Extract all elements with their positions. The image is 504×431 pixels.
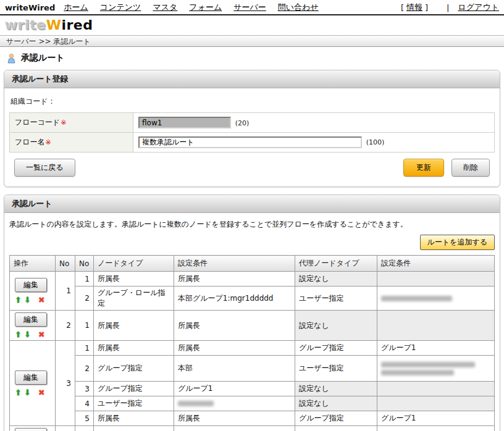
route-number: 1 [56,272,75,311]
delete-route-icon[interactable]: ✖ [38,295,45,304]
proxy-node-type: ユーザー指定 [295,356,377,382]
node-number: 2 [75,356,94,382]
info-bracket-open: [ [401,3,404,12]
required-mark: ※ [46,138,51,146]
node-condition: 所属長 [174,411,295,426]
column-header-1: No [56,256,75,272]
route-3-row-2: 2グループ指定本部ユーザー指定 [10,356,495,382]
proxy-node-type: グループ指定 [295,341,377,356]
proxy-condition [377,356,495,382]
info-bracket-close: ] [425,3,428,12]
page-title: 承認ルート [21,52,65,64]
route-1-row-1: 編集⬆⬇✖11所属長所属長設定なし [10,272,495,287]
operations-cell: 編集⬆⬇✖ [10,272,56,311]
column-header-2: No [75,256,94,272]
node-condition: グループ1:mgr1ddddd [174,426,295,431]
proxy-node-type: 設定なし [295,272,377,287]
nav-link-home[interactable]: ホーム [64,2,88,13]
logo-part-ired: ired [61,17,93,33]
node-number: 1 [75,341,94,356]
flow-code-maxlen: (20) [235,119,250,127]
org-code-label: 組織コード : [9,93,495,112]
operations-cell: 編集⬆⬇✖ [10,341,56,426]
flow-name-maxlen: (100) [366,138,385,146]
flow-code-label-cell: フローコード※ [10,113,133,133]
node-type: グループ指定 [94,382,174,396]
update-button[interactable]: 更新 [403,159,444,177]
node-type: グループ・ロール指定 [94,287,174,311]
routes-description: 承認ルートの内容を設定します。承認ルートに複数のノードを登録することで並列フロー… [9,219,495,230]
nav-link-form[interactable]: フォーム [189,2,222,13]
move-down-icon[interactable]: ⬇ [24,388,31,397]
move-down-icon[interactable]: ⬇ [24,330,31,339]
brand-text: writeWired [5,3,55,12]
flow-code-value-cell: (20) [133,113,495,133]
move-up-icon[interactable]: ⬆ [15,388,22,397]
node-condition: 所属長 [174,311,295,341]
logo-part-write: write [5,17,46,33]
delete-button[interactable]: 削除 [452,159,490,177]
flow-name-label: フロー名 [15,138,45,146]
node-condition: 所属長 [174,341,295,356]
proxy-condition: 所属長 [377,426,495,431]
column-header-6: 設定条件 [377,256,495,272]
node-type: 所属長 [94,341,174,356]
node-type: 所属長 [94,272,174,287]
nav-separator: | [447,3,449,12]
routes-table-header-row: 操作NoNoノードタイプ設定条件代理ノードタイプ設定条件 [10,256,495,272]
route-4-row-1: 編集⬆⬇✖41グループ・ロール指定グループ1:mgr1ddddd所属長所属長 [10,426,495,431]
proxy-condition [377,396,495,411]
edit-button[interactable]: 編集 [15,428,47,431]
node-type: ユーザー指定 [94,396,174,411]
operations-cell: 編集⬆⬇✖ [10,426,56,431]
edit-button[interactable]: 編集 [15,278,47,292]
proxy-condition [377,382,495,396]
nav-link-master[interactable]: マスタ [153,2,177,13]
route-2-row-1: 編集⬆⬇✖21所属長所属長設定なし [10,311,495,341]
move-up-icon[interactable]: ⬆ [15,295,22,304]
move-down-icon[interactable]: ⬇ [24,295,31,304]
row-icon-group: ⬆⬇✖ [14,330,51,339]
logout-link[interactable]: ログアウト [458,2,499,13]
page-title-row: 承認ルート [0,47,504,69]
node-type: 所属長 [94,311,174,341]
operations-cell: 編集⬆⬇✖ [10,311,56,341]
node-number: 1 [75,272,94,287]
routes-section-header: 承認ルート [4,195,500,213]
delete-route-icon[interactable]: ✖ [38,388,45,397]
node-number: 2 [75,287,94,311]
edit-button[interactable]: 編集 [15,312,47,327]
flow-code-input[interactable] [138,117,231,128]
proxy-node-type: 所属長 [295,426,377,431]
route-number: 4 [56,426,75,431]
flow-name-input[interactable] [138,136,362,148]
delete-route-icon[interactable]: ✖ [38,330,45,339]
breadcrumb: サーバー >> 承認ルート [0,35,504,47]
proxy-node-type: ユーザー指定 [295,287,377,311]
flow-name-value-cell: (100) [133,133,495,153]
route-3-row-4: 4ユーザー指定設定なし [10,396,495,411]
nav-link-server[interactable]: サーバー [233,2,266,13]
node-condition [174,396,295,411]
node-number: 1 [75,426,94,431]
proxy-node-type: 設定なし [295,382,377,396]
column-header-5: 代理ノードタイプ [295,256,377,272]
edit-button[interactable]: 編集 [15,370,47,385]
logo-part-w: W [46,17,62,33]
node-number: 5 [75,411,94,426]
required-mark: ※ [61,119,66,127]
nav-link-inquiry[interactable]: 問い合わせ [278,2,319,13]
move-up-icon[interactable]: ⬆ [15,330,22,339]
route-number: 3 [56,341,75,426]
add-route-button[interactable]: ルートを追加する [420,235,495,250]
node-number: 3 [75,382,94,396]
routes-table: 操作NoNoノードタイプ設定条件代理ノードタイプ設定条件 編集⬆⬇✖11所属長所… [9,255,495,431]
proxy-node-type: グループ指定 [295,411,377,426]
redacted-text [381,296,452,301]
proxy-node-type: 設定なし [295,311,377,341]
top-navigation: writeWired ホーム コンテンツ マスタ フォーム サーバー 問い合わせ… [0,0,504,15]
register-form: フローコード※ (20) フロー名※ (100) [9,112,495,153]
nav-link-contents[interactable]: コンテンツ [100,2,141,13]
info-link[interactable]: 情報 [406,2,422,13]
back-to-list-button[interactable]: 一覧に戻る [14,159,75,177]
